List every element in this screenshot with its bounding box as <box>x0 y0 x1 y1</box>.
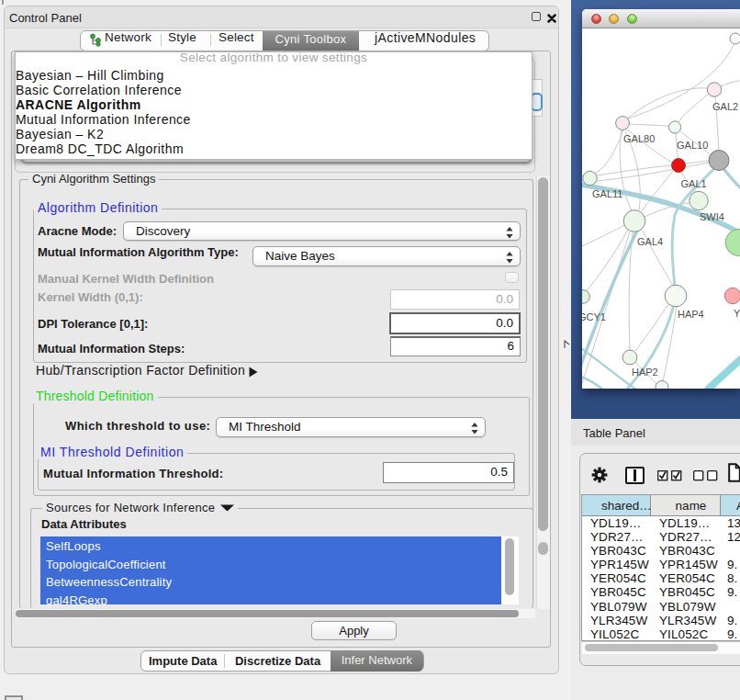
svg-text:Y: Y <box>734 308 740 319</box>
svg-text:GAL1: GAL1 <box>681 178 707 189</box>
svg-text:SWI4: SWI4 <box>700 211 724 222</box>
svg-text:GAL2: GAL2 <box>712 101 738 112</box>
svg-text:HAP4: HAP4 <box>678 309 704 320</box>
svg-text:HAP2: HAP2 <box>632 367 658 378</box>
svg-text:GAL10: GAL10 <box>677 140 708 151</box>
svg-text:GAL11: GAL11 <box>592 188 622 199</box>
svg-text:GCY1: GCY1 <box>582 311 606 322</box>
svg-text:GAL4: GAL4 <box>637 236 663 247</box>
svg-text:GAL80: GAL80 <box>623 133 655 144</box>
